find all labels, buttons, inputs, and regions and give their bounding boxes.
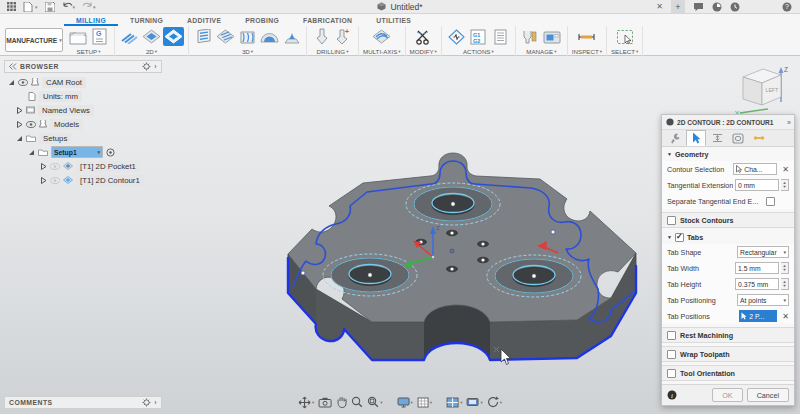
group-label-select[interactable]: SELECT <box>611 48 638 55</box>
tree-item-setups[interactable]: Setups <box>4 131 162 145</box>
tool-library-icon[interactable] <box>520 27 541 46</box>
collapsed-caret-icon[interactable] <box>40 163 47 170</box>
counterbore-pocket[interactable] <box>323 254 417 296</box>
contour-point[interactable] <box>301 271 305 275</box>
group-label-multiaxis[interactable]: MULTI-AXIS <box>363 48 401 55</box>
viewports-icon[interactable] <box>445 394 463 410</box>
tree-label[interactable]: Named Views <box>38 105 94 116</box>
tab-fabrication[interactable]: FABRICATION <box>291 14 364 26</box>
tree-item-named-views[interactable]: Named Views <box>4 103 162 117</box>
2d-pocket-icon[interactable] <box>141 27 162 46</box>
g1g2-post-icon[interactable]: G1G2 <box>468 27 489 46</box>
dialog-tab-geometry[interactable] <box>686 130 706 146</box>
grid-snaps-icon[interactable] <box>416 394 433 410</box>
visibility-eye-icon[interactable] <box>26 121 36 128</box>
active-setup-target-icon[interactable] <box>106 148 115 157</box>
visibility-eye-off-icon[interactable] <box>50 177 60 184</box>
stepper-arrows[interactable]: ▲▼ <box>781 278 789 290</box>
tree-label[interactable]: CAM Root <box>42 77 86 88</box>
collapse-panel-icon[interactable] <box>9 63 17 70</box>
part-top-face[interactable] <box>288 153 636 322</box>
dialog-tab-heights[interactable] <box>707 130 727 146</box>
tab-milling[interactable]: MILLING <box>64 14 118 26</box>
tab-width-input[interactable]: 1.5 mm <box>735 262 779 274</box>
ok-button[interactable]: OK <box>712 388 742 402</box>
dialog-pin-icon[interactable]: » <box>787 119 790 126</box>
expand-panel-chevron-icon[interactable]: › <box>154 399 157 406</box>
collapsed-caret-icon[interactable] <box>40 177 47 184</box>
tab-height-input[interactable]: 0.375 mm <box>735 278 779 290</box>
drill-icon[interactable] <box>311 27 332 46</box>
3d-spiral-icon[interactable] <box>281 27 302 46</box>
tab-shape-dropdown[interactable]: Rectangular <box>737 246 789 258</box>
measure-icon[interactable] <box>576 27 597 46</box>
group-label-modify[interactable]: MODIFY <box>410 48 437 55</box>
bottom-contour-line[interactable] <box>288 258 636 360</box>
refresh-orbit-icon[interactable] <box>486 394 503 410</box>
look-at-icon[interactable] <box>317 394 333 410</box>
tap-icon[interactable]: + <box>333 27 354 46</box>
tree-label[interactable]: [T1] 2D Contour1 <box>76 175 144 186</box>
3d-pocket-icon[interactable] <box>193 27 214 46</box>
3d-scallop-icon[interactable] <box>259 27 280 46</box>
group-label-manage[interactable]: MANAGE <box>526 48 556 55</box>
clear-selection-icon[interactable]: ✕ <box>782 312 789 321</box>
group-label-inspect[interactable]: INSPECT <box>572 48 602 55</box>
dialog-header[interactable]: 2D CONTOUR : 2D CONTOUR1 » <box>662 115 794 130</box>
contour-point[interactable] <box>551 230 555 234</box>
new-setup-icon[interactable] <box>67 27 88 46</box>
wrap-toolpath-checkbox[interactable] <box>667 350 676 359</box>
tree-label-selected[interactable]: Setup1 <box>51 146 103 158</box>
post-process-icon[interactable]: G <box>89 27 110 46</box>
toolpath-contour-line[interactable] <box>293 161 634 322</box>
contour-selection-button[interactable]: Cha... <box>733 163 777 175</box>
group-label-actions[interactable]: ACTIONS <box>463 48 494 55</box>
collapsed-caret-icon[interactable] <box>16 107 23 114</box>
gear-icon[interactable] <box>142 398 151 407</box>
comments-header[interactable]: COMMENTS › <box>4 396 162 409</box>
fit-icon[interactable] <box>366 394 383 410</box>
machine-library-icon[interactable] <box>542 27 563 46</box>
expanded-caret-icon[interactable] <box>8 79 15 86</box>
stock-contours-section[interactable]: Stock Contours <box>662 212 794 228</box>
rest-machining-section[interactable]: Rest Machining <box>662 327 794 343</box>
generate-icon[interactable] <box>446 27 467 46</box>
rest-machining-checkbox[interactable] <box>667 331 676 340</box>
tool-orientation-checkbox[interactable] <box>667 369 676 378</box>
orbit-mode-icon[interactable] <box>297 394 315 410</box>
tab-utilities[interactable]: UTILITIES <box>364 14 423 26</box>
pan-hand-icon[interactable] <box>335 394 348 410</box>
tab-probing[interactable]: PROBING <box>233 14 291 26</box>
stepper-arrows[interactable]: ▲▼ <box>781 179 789 191</box>
cancel-button[interactable]: Cancel <box>747 388 789 402</box>
tree-item-setup1[interactable]: Setup1 <box>4 145 162 159</box>
zoom-icon[interactable] <box>350 394 364 410</box>
tabs-checkbox[interactable] <box>675 233 684 242</box>
tree-item-cam-root[interactable]: CAM Root <box>4 75 162 89</box>
visibility-eye-icon[interactable] <box>18 79 28 86</box>
sketch-point[interactable] <box>450 249 454 253</box>
2d-adaptive-icon[interactable] <box>119 27 140 46</box>
dialog-tab-tool[interactable] <box>665 130 685 146</box>
tool-orientation-section[interactable]: Tool Orientation <box>662 365 794 381</box>
multi-axis-icon[interactable] <box>371 27 392 46</box>
window-select-icon[interactable] <box>614 27 635 46</box>
wrap-toolpath-section[interactable]: Wrap Toolpath <box>662 346 794 362</box>
workspace-selector-button[interactable]: MANUFACTURE▾ <box>5 28 63 52</box>
tab-positions-selection-button[interactable]: 2 P... <box>739 310 777 322</box>
document-tab[interactable]: Untitled* <box>0 2 800 12</box>
tangential-extension-input[interactable]: 0 mm <box>735 179 779 191</box>
dialog-tab-passes[interactable] <box>728 130 748 146</box>
expanded-caret-icon[interactable] <box>16 135 23 142</box>
stock-contours-checkbox[interactable] <box>667 216 676 225</box>
geometry-section-header[interactable]: ▼ Geometry <box>662 147 794 161</box>
counterbore-pocket[interactable] <box>487 255 581 297</box>
3d-parallel-icon[interactable] <box>215 27 236 46</box>
expanded-caret-icon[interactable] <box>28 149 35 156</box>
tab-turning[interactable]: TURNING <box>118 14 175 26</box>
origin-triad[interactable]: Z <box>403 225 440 268</box>
group-label-drilling[interactable]: DRILLING <box>317 48 349 55</box>
stepper-arrows[interactable]: ▲▼ <box>781 262 789 274</box>
part-side-walls[interactable] <box>288 253 636 360</box>
clear-selection-icon[interactable]: ✕ <box>782 165 789 174</box>
